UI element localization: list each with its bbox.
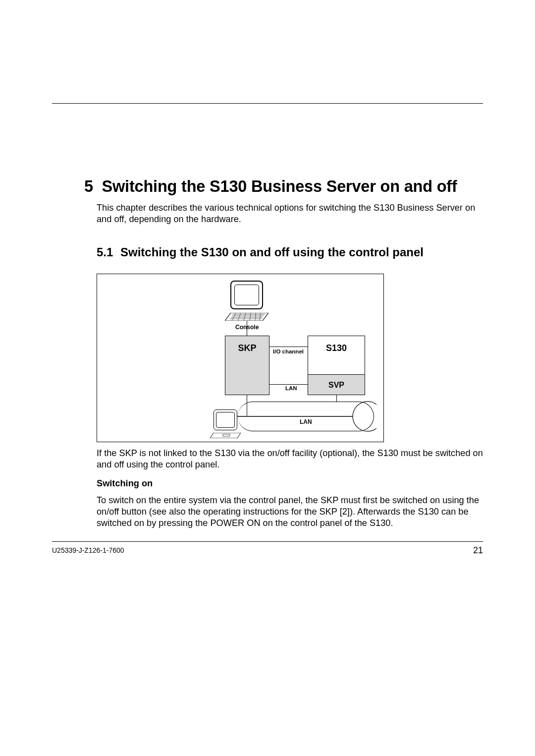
architecture-diagram: Console SKP S130 SVP I/O channel LAN LAN xyxy=(97,274,384,442)
section-title: 5.1Switching the S130 on and off using t… xyxy=(97,245,483,259)
lan-label-1: LAN xyxy=(285,385,297,391)
connector-lan-skp-svp xyxy=(269,384,308,385)
workstation-keyboard-icon xyxy=(210,433,241,438)
lan-label-2: LAN xyxy=(300,418,312,425)
page: 5 Switching the S130 Business Server on … xyxy=(52,0,483,756)
connector-io-channel xyxy=(269,347,308,347)
skp-box: SKP xyxy=(225,336,269,395)
switching-on-body: To switch on the entire system via the c… xyxy=(97,495,483,528)
chapter-number: 5 xyxy=(84,177,93,195)
footer-doc-id: U25339-J-Z126-1-7600 xyxy=(52,546,124,554)
svp-box: SVP xyxy=(308,374,365,395)
chapter-intro: This chapter describes the various techn… xyxy=(97,202,483,225)
rule-top xyxy=(52,103,483,104)
console-keyboard-icon xyxy=(225,313,268,321)
section-number: 5.1 xyxy=(97,245,120,259)
switching-on-heading: Switching on xyxy=(97,478,153,489)
diagram-caption-paragraph: If the SKP is not linked to the S130 via… xyxy=(97,448,483,470)
rule-bottom xyxy=(52,541,483,542)
connector-console-skp xyxy=(247,321,247,336)
svg-marker-12 xyxy=(210,433,241,438)
io-channel-label: I/O channel xyxy=(273,349,304,354)
section-title-text: Switching the S130 on and off using the … xyxy=(120,245,424,259)
console-monitor-icon xyxy=(230,281,263,309)
footer-page-number: 21 xyxy=(473,545,483,556)
lan-loop xyxy=(238,402,374,431)
workstation-monitor-icon xyxy=(214,409,237,430)
chapter-title: 5 Switching the S130 Business Server on … xyxy=(84,177,483,196)
svg-marker-0 xyxy=(225,313,268,321)
chapter-title-text: Switching the S130 Business Server on an… xyxy=(102,177,457,195)
